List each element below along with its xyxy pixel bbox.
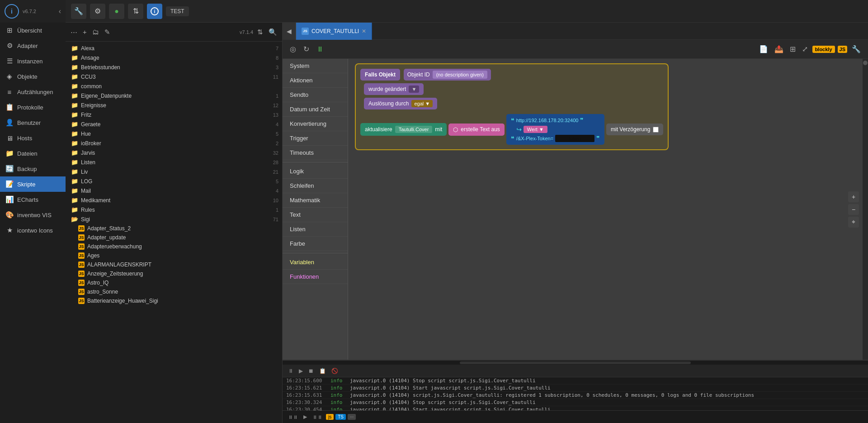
sidebar-item-skripte[interactable]: 📝 Skripte [0, 176, 66, 192]
sidebar-item-hosts[interactable]: 🖥 Hosts [0, 130, 66, 146]
folder-geraete[interactable]: 📁 Geraete 4 [66, 119, 282, 129]
category-funktionen[interactable]: Funktionen [283, 270, 348, 284]
play-button[interactable]: ▶ [260, 289, 264, 295]
log-pause-button[interactable]: ⏸ [286, 367, 295, 375]
settings-button[interactable]: 🔧 [850, 43, 863, 55]
folder-eigene[interactable]: 📁 Eigene_Datenpunkte 1 [66, 91, 282, 100]
sidebar-item-backup[interactable]: 🔄 Backup [0, 161, 66, 176]
log-stop-button[interactable]: ⏹ [307, 367, 316, 375]
block-geaendert-chip[interactable]: ▼ [409, 86, 419, 93]
sidebar-item-aufzaehlungen[interactable]: ≡ Aufzählungen [0, 84, 66, 100]
refresh-button[interactable]: ↻ [302, 43, 311, 55]
sort-button[interactable]: ⇅ [256, 27, 264, 38]
folder-liv[interactable]: 📁 Liv 21 [66, 167, 282, 176]
edit-script-button[interactable]: 📋 [272, 289, 278, 295]
gear-button[interactable]: ⚙ [90, 4, 105, 19]
sidebar-item-inventwo-vis[interactable]: 🎨 inventwo VIS [0, 207, 66, 223]
folder-betriebsstunden[interactable]: 📁 Betriebsstunden 3 [66, 62, 282, 72]
block-erstelle[interactable]: ⬡ erstelle Text aus [448, 124, 505, 136]
script-ages[interactable]: JS Ages ▶ 🗑 📋 [66, 251, 282, 260]
edit-script-button[interactable]: 📋 [272, 261, 278, 268]
category-datum-zeit[interactable]: Datum und Zeit [283, 102, 348, 117]
block-objekt-id[interactable]: Objekt ID (no description given) [404, 69, 491, 81]
logo-button[interactable]: i [147, 4, 162, 19]
delete-button[interactable]: 🗑 [265, 252, 271, 259]
sidebar-item-uebersicht[interactable]: ⊞ Übersicht [0, 23, 66, 38]
play-button[interactable]: ▶ [260, 271, 264, 277]
folder-iobroker[interactable]: 📁 ioBroker 2 [66, 138, 282, 148]
circle-green-button[interactable]: ● [109, 4, 124, 19]
block-workspace[interactable]: Falls Objekt Objekt ID (no description g… [348, 59, 868, 360]
play-button[interactable]: ▶ [260, 225, 264, 232]
edit-script-button[interactable]: 📋 [272, 280, 278, 286]
script-batterieanzeige[interactable]: JS Batterieanzeige_Huawei_Sigi ▶ 🗑 📋 [66, 296, 282, 305]
delete-button[interactable]: 🗑 [265, 225, 271, 232]
horizontal-scrollbar[interactable] [283, 360, 868, 365]
folder-mail[interactable]: 📁 Mail 4 [66, 186, 282, 195]
play-button[interactable]: ▶ [260, 252, 264, 259]
add-folder-button[interactable]: 🗂 [91, 27, 100, 37]
export-button[interactable]: 📤 [773, 43, 785, 55]
tab-cover-tautulli[interactable]: JS COVER_TAUTULLI ✕ [296, 23, 372, 40]
folder-sigi[interactable]: 📂 Sigi 71 [66, 214, 282, 224]
script-alarmanlagenskript[interactable]: JS ALARMANLAGENSKRIPT ▶ 🗑 📋 [66, 260, 282, 269]
log-clear-button[interactable]: 🚫 [330, 367, 340, 375]
block-if[interactable]: Falls Objekt [360, 69, 400, 81]
sidebar-item-dateien[interactable]: 📁 Dateien [0, 146, 66, 161]
category-listen[interactable]: Listen [283, 222, 348, 237]
sidebar-item-protokolle[interactable]: 📋 Protokolle [0, 100, 66, 115]
category-timeouts[interactable]: Timeouts [283, 146, 348, 160]
folder-log[interactable]: 📁 LOG 5 [66, 176, 282, 186]
script-anzeige-zeitsteuerung[interactable]: JS Anzeige_Zeitsteuerung ▶ 🗑 📋 [66, 269, 282, 278]
block-url-group[interactable]: ❝ http://192.168.178.20:32400 ❞ ↩ Wert ▼ [506, 114, 604, 145]
script-adapter-status-2[interactable]: JS Adapter_Status_2 ▶ 🗑 📋 [66, 224, 282, 233]
script-adapterueberwachung[interactable]: JS Adapterueberwachung ▶ 🗑 📋 [66, 242, 282, 251]
sidebar-item-objekte[interactable]: ◈ Objekte [0, 69, 66, 84]
right-scrollbar[interactable] [863, 59, 868, 360]
folder-alexa[interactable]: 📁 Alexa 7 [66, 43, 282, 53]
folder-listen[interactable]: 📁 Listen 28 [66, 157, 282, 167]
block-egal-chip[interactable]: egal ▼ [411, 100, 433, 107]
block-auslosung[interactable]: Auslösung durch egal ▼ [364, 98, 437, 109]
play-button[interactable]: ▶ [260, 261, 264, 268]
category-variablen[interactable]: Variablen [283, 255, 348, 270]
category-logik[interactable]: Logik [283, 164, 348, 179]
status-play-button[interactable]: ▶ [302, 413, 309, 421]
folder-rules[interactable]: 📁 Rules 1 [66, 205, 282, 214]
folder-ansage[interactable]: 📁 Ansage 8 [66, 53, 282, 62]
play-pause-button[interactable]: ⏸ [315, 43, 326, 55]
delete-button[interactable]: 🗑 [265, 234, 271, 241]
target-icon-button[interactable]: ◎ [288, 43, 298, 55]
category-aktionen[interactable]: Aktionen [283, 73, 348, 88]
script-astro-iq[interactable]: JS Astro_IQ ⏸ 🗑 📋 [66, 278, 282, 287]
sidebar-item-benutzer[interactable]: 👤 Benutzer [0, 115, 66, 130]
scrollbar-thumb[interactable] [863, 61, 868, 65]
script-astro-sonne[interactable]: JS astro_Sonne ▶ 🗑 📋 [66, 287, 282, 296]
status-pause-all-button[interactable]: ⏸⏸ [286, 413, 300, 421]
category-schleifen[interactable]: Schleifen [283, 179, 348, 193]
category-mathematik[interactable]: Mathematik [283, 193, 348, 208]
log-play-button[interactable]: ▶ [297, 367, 305, 375]
play-button[interactable]: ▶ [260, 298, 264, 304]
sidebar-collapse-btn[interactable]: ‹ [59, 7, 61, 15]
category-text[interactable]: Text [283, 208, 348, 222]
delete-button[interactable]: 🗑 [265, 280, 271, 286]
zoom-in-button[interactable]: + [848, 191, 859, 202]
folder-hue[interactable]: 📁 Hue 5 [66, 129, 282, 138]
arrows-button[interactable]: ⇅ [128, 4, 143, 19]
sidebar-item-echarts[interactable]: 📊 ECharts [0, 192, 66, 207]
block-verzogerung-checkbox[interactable] [653, 127, 659, 133]
delete-button[interactable]: 🗑 [265, 271, 271, 277]
block-mit-verzogerung[interactable]: mit Verzögerung [606, 124, 663, 135]
delete-button[interactable]: 🗑 [265, 298, 271, 304]
zoom-reset-button[interactable]: ⌖ [848, 217, 859, 228]
zoom-out-button[interactable]: − [848, 204, 859, 215]
play-button[interactable]: ▶ [260, 243, 264, 250]
new-file-button[interactable]: 📄 [757, 43, 770, 55]
edit-script-button[interactable]: 📋 [272, 225, 278, 232]
status-pause-button[interactable]: ⏸⏸ [311, 413, 324, 421]
category-trigger[interactable]: Trigger [283, 131, 348, 146]
script-adapter-update[interactable]: JS Adapter_update ▶ 🗑 📋 [66, 233, 282, 242]
search-button[interactable]: 🔍 [267, 27, 278, 38]
edit-button[interactable]: ✎ [103, 27, 112, 38]
